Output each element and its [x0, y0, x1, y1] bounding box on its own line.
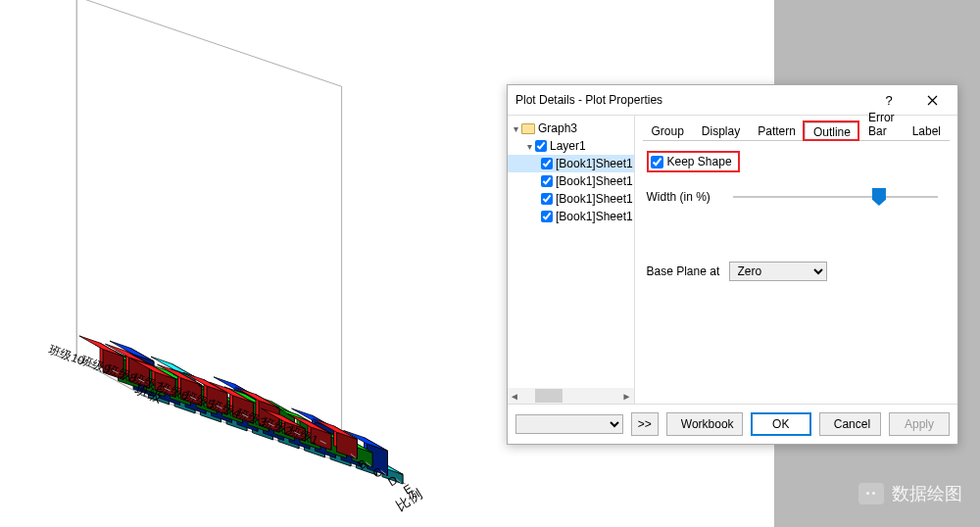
tree-item[interactable]: [Book1]Sheet1: [508, 190, 634, 208]
keep-shape-checkbox[interactable]: [651, 156, 663, 168]
tab-label[interactable]: Label: [904, 121, 950, 140]
tree-layer-label: Layer1: [550, 139, 586, 153]
properties-panel: GroupDisplayPatternOutlineError BarLabel…: [635, 116, 958, 404]
width-slider[interactable]: [729, 196, 947, 198]
tree-panel: ▾Graph3▾Layer1[Book1]Sheet1[Book1]Sheet1…: [508, 116, 635, 404]
tree-layer[interactable]: ▾Layer1: [508, 137, 634, 155]
base-plane-label: Base Plane at: [647, 264, 729, 278]
wechat-icon: [858, 483, 884, 504]
folder-icon: [521, 123, 535, 134]
keep-shape-label: Keep Shape: [667, 155, 732, 168]
tree-item-checkbox[interactable]: [541, 211, 553, 222]
tab-group[interactable]: Group: [643, 121, 693, 140]
svg-text:比例: 比例: [393, 486, 424, 513]
expand-button[interactable]: >>: [631, 412, 659, 436]
keep-shape-highlight: Keep Shape: [647, 151, 740, 172]
tree-root[interactable]: ▾Graph3: [508, 120, 634, 137]
layer-checkbox[interactable]: [535, 140, 547, 152]
close-icon: [927, 95, 938, 106]
tab-display[interactable]: Display: [693, 121, 749, 140]
watermark: 数据绘图: [858, 482, 962, 505]
3d-bar-chart: 班级1班级2班级3班级4班级5班级6班级7班级8班级9班级10班级BCDE比例: [0, 0, 549, 527]
tree-item[interactable]: [Book1]Sheet1: [508, 208, 634, 225]
tab-error-bar[interactable]: Error Bar: [859, 108, 904, 140]
tree-item-label: [Book1]Sheet1: [556, 192, 633, 206]
plot-details-dialog: Plot Details - Plot Properties ? ▾Graph3…: [507, 84, 958, 445]
plot-type-select[interactable]: [515, 414, 623, 434]
dialog-button-row: >> Workbook OK Cancel Apply: [508, 404, 957, 444]
tree-horizontal-scrollbar[interactable]: ◄ ►: [508, 388, 634, 404]
tabs: GroupDisplayPatternOutlineError BarLabel: [643, 120, 951, 141]
tree-item-checkbox[interactable]: [541, 175, 553, 187]
base-plane-select[interactable]: Zero: [729, 262, 827, 281]
tree-item-label: [Book1]Sheet1: [556, 157, 633, 170]
cancel-button[interactable]: Cancel: [819, 412, 881, 436]
ok-button[interactable]: OK: [751, 412, 811, 436]
slider-thumb[interactable]: [872, 188, 886, 206]
workbook-button[interactable]: Workbook: [666, 412, 743, 436]
tree-root-label: Graph3: [538, 121, 577, 135]
tree-item-checkbox[interactable]: [541, 158, 553, 169]
tab-pattern[interactable]: Pattern: [749, 121, 805, 140]
watermark-text: 数据绘图: [892, 482, 962, 505]
dialog-title: Plot Details - Plot Properties: [515, 93, 662, 107]
svg-marker-2: [76, 0, 341, 449]
tree-item[interactable]: [Book1]Sheet1: [508, 155, 634, 172]
tab-outline[interactable]: Outline: [805, 122, 859, 141]
tree-item-label: [Book1]Sheet1: [556, 174, 633, 188]
tree-item-checkbox[interactable]: [541, 193, 553, 205]
apply-button[interactable]: Apply: [889, 412, 950, 436]
tree-item[interactable]: [Book1]Sheet1: [508, 172, 634, 190]
close-button[interactable]: [910, 86, 954, 114]
tree-item-label: [Book1]Sheet1: [556, 210, 633, 223]
width-label: Width (in %): [647, 190, 729, 204]
